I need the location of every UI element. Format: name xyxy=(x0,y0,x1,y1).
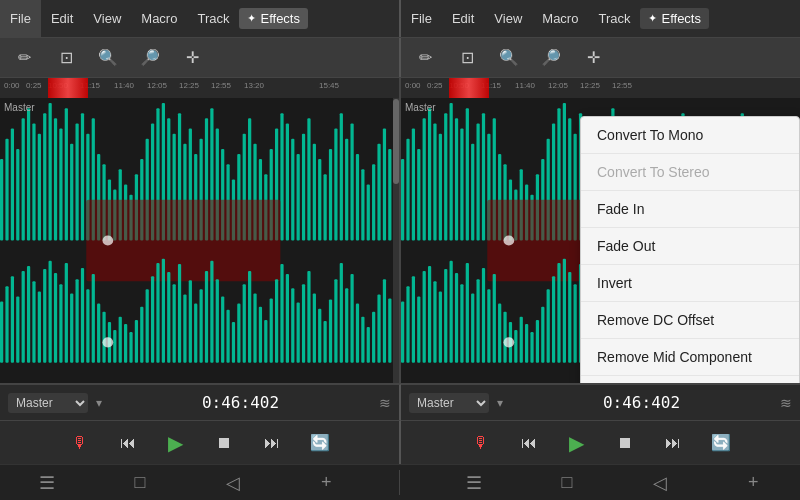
svg-rect-137 xyxy=(329,300,332,363)
dropdown-item-invert[interactable]: Invert xyxy=(581,265,799,302)
nav-square-left[interactable]: □ xyxy=(120,465,160,500)
dropdown-item-remove-dc[interactable]: Remove DC Offset xyxy=(581,302,799,339)
svg-rect-234 xyxy=(433,281,436,362)
svg-rect-239 xyxy=(460,284,463,362)
svg-rect-258 xyxy=(563,259,566,363)
dropdown-item-reverse[interactable]: Reverse xyxy=(581,376,799,383)
effects-button-right[interactable]: ✦ Effects xyxy=(640,8,709,29)
waveform-display-icon-left[interactable]: ≋ xyxy=(379,395,391,411)
play-button-right[interactable]: ▶ xyxy=(561,427,593,459)
menu-macro-right[interactable]: Macro xyxy=(532,0,588,37)
svg-rect-138 xyxy=(334,279,337,362)
record-button-left[interactable]: 🎙 xyxy=(64,427,96,459)
skip-forward-button-right[interactable]: ⏭ xyxy=(657,427,689,459)
menu-track-left[interactable]: Track xyxy=(187,0,239,37)
cut-tool-right[interactable]: ⊡ xyxy=(451,42,483,74)
svg-rect-7 xyxy=(32,123,35,240)
track-select-left[interactable]: Master xyxy=(8,393,88,413)
menu-file-left[interactable]: File xyxy=(0,0,41,37)
menu-file-right[interactable]: File xyxy=(401,0,442,37)
play-button-left[interactable]: ▶ xyxy=(160,427,192,459)
svg-rect-245 xyxy=(493,274,496,363)
svg-rect-127 xyxy=(275,279,278,362)
svg-rect-243 xyxy=(482,268,485,363)
svg-rect-168 xyxy=(482,113,485,240)
svg-rect-256 xyxy=(552,276,555,363)
dropdown-item-fade-in[interactable]: Fade In xyxy=(581,191,799,228)
zoom-in-tool-right[interactable]: 🔍 xyxy=(493,42,525,74)
nav-triangle-right[interactable]: ◁ xyxy=(640,465,680,500)
svg-rect-141 xyxy=(350,274,353,363)
svg-rect-135 xyxy=(318,309,321,363)
svg-rect-144 xyxy=(367,327,370,363)
menu-view-left[interactable]: View xyxy=(83,0,131,37)
nav-triangle-left[interactable]: ◁ xyxy=(213,465,253,500)
svg-rect-53 xyxy=(280,113,283,240)
skip-back-button-left[interactable]: ⏮ xyxy=(112,427,144,459)
zoom-out-tool[interactable]: 🔎 xyxy=(134,42,166,74)
skip-back-button-right[interactable]: ⏮ xyxy=(513,427,545,459)
effects-label-left: Effects xyxy=(260,11,300,26)
svg-rect-73 xyxy=(388,149,391,241)
svg-rect-154 xyxy=(406,139,409,241)
nav-plus-left[interactable]: + xyxy=(306,465,346,500)
nav-menu-left[interactable]: ☰ xyxy=(27,465,67,500)
svg-rect-146 xyxy=(377,294,380,362)
loop-button-right[interactable]: 🔄 xyxy=(705,427,737,459)
effects-button-left[interactable]: ✦ Effects xyxy=(239,8,308,29)
svg-rect-60 xyxy=(318,159,321,240)
svg-rect-125 xyxy=(264,320,267,363)
menu-edit-left[interactable]: Edit xyxy=(41,0,83,37)
menu-edit-right[interactable]: Edit xyxy=(442,0,484,37)
transport-area: 🎙 ⏮ ▶ ⏹ ⏭ 🔄 🎙 ⏮ ▶ ⏹ ⏭ 🔄 xyxy=(0,420,800,464)
svg-rect-79 xyxy=(16,296,19,362)
skip-forward-button-left[interactable]: ⏭ xyxy=(256,427,288,459)
svg-rect-153 xyxy=(401,159,404,240)
svg-rect-14 xyxy=(70,144,73,241)
svg-rect-5 xyxy=(22,118,25,240)
svg-rect-114 xyxy=(205,271,208,363)
record-button-right[interactable]: 🎙 xyxy=(465,427,497,459)
move-tool[interactable]: ✛ xyxy=(176,42,208,74)
svg-rect-249 xyxy=(514,330,517,363)
svg-rect-1 xyxy=(0,159,3,240)
cut-tool[interactable]: ⊡ xyxy=(50,42,82,74)
svg-rect-120 xyxy=(237,304,240,363)
waveform-display-icon-right[interactable]: ≋ xyxy=(780,395,792,411)
pencil-tool[interactable]: ✏ xyxy=(8,42,40,74)
svg-rect-70 xyxy=(372,164,375,240)
svg-rect-228 xyxy=(401,302,404,363)
loop-button-left[interactable]: 🔄 xyxy=(304,427,336,459)
dropdown-item-remove-mid[interactable]: Remove Mid Component xyxy=(581,339,799,376)
time-display-left: 0:46:402 xyxy=(110,393,371,412)
pencil-tool-right[interactable]: ✏ xyxy=(409,42,441,74)
track-select-right[interactable]: Master xyxy=(409,393,489,413)
dropdown-arrow-right: ▾ xyxy=(497,396,503,410)
nav-plus-right[interactable]: + xyxy=(733,465,773,500)
stop-button-right[interactable]: ⏹ xyxy=(609,427,641,459)
move-tool-right[interactable]: ✛ xyxy=(577,42,609,74)
stop-button-left[interactable]: ⏹ xyxy=(208,427,240,459)
svg-rect-139 xyxy=(340,263,343,363)
dropdown-arrow-left: ▾ xyxy=(96,396,102,410)
menu-macro-left[interactable]: Macro xyxy=(131,0,187,37)
svg-rect-88 xyxy=(65,263,68,363)
menu-track-right[interactable]: Track xyxy=(588,0,640,37)
svg-rect-86 xyxy=(54,273,57,363)
waveform-left[interactable]: Master xyxy=(0,98,399,383)
menu-view-right[interactable]: View xyxy=(484,0,532,37)
nav-menu-right[interactable]: ☰ xyxy=(454,465,494,500)
dropdown-item-convert-mono[interactable]: Convert To Mono xyxy=(581,117,799,154)
dropdown-item-fade-out[interactable]: Fade Out xyxy=(581,228,799,265)
svg-rect-11 xyxy=(54,118,57,240)
svg-rect-132 xyxy=(302,284,305,362)
svg-rect-77 xyxy=(5,286,8,362)
zoom-out-tool-right[interactable]: 🔎 xyxy=(535,42,567,74)
zoom-in-tool[interactable]: 🔍 xyxy=(92,42,124,74)
svg-point-151 xyxy=(102,337,113,347)
svg-rect-57 xyxy=(302,134,305,241)
nav-square-right[interactable]: □ xyxy=(547,465,587,500)
svg-rect-16 xyxy=(81,113,84,240)
timeline-mark-8: 13:20 xyxy=(244,81,264,90)
svg-rect-136 xyxy=(324,321,327,363)
